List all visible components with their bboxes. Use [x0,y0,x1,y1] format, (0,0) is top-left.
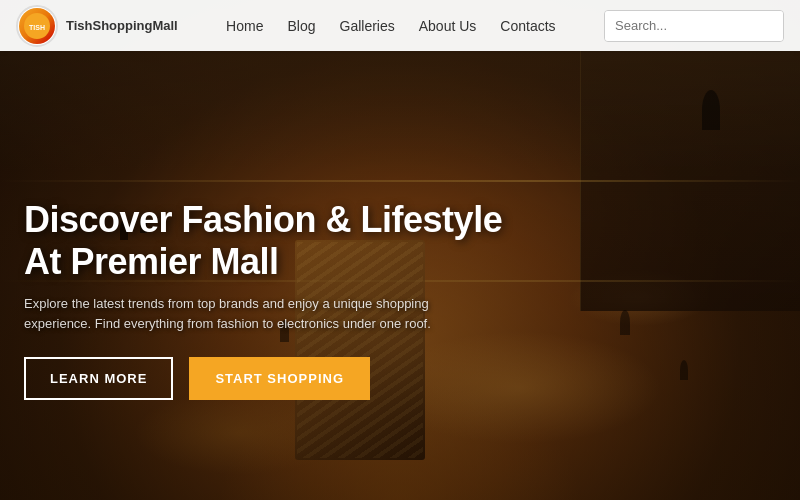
learn-more-button[interactable]: LEARN MORE [24,357,173,400]
svg-text:TISH: TISH [29,24,45,31]
nav-galleries[interactable]: Galleries [340,18,395,34]
hero-buttons: LEARN MORE START SHOPPING [24,357,524,400]
nav-about[interactable]: About Us [419,18,477,34]
hero-subtitle: Explore the latest trends from top brand… [24,294,464,333]
brand-name: TishShoppingMall [66,18,178,34]
search-area [604,10,784,42]
hero-section: TISH TishShoppingMall Home Blog Gallerie… [0,0,800,500]
logo-area: TISH TishShoppingMall [16,5,178,47]
hero-title: Discover Fashion & Lifestyle At Premier … [24,199,524,282]
hero-content: Discover Fashion & Lifestyle At Premier … [24,199,524,400]
logo-icon: TISH [19,8,55,44]
search-input[interactable] [605,11,784,41]
nav-contacts[interactable]: Contacts [500,18,555,34]
nav-blog[interactable]: Blog [287,18,315,34]
navbar: TISH TishShoppingMall Home Blog Gallerie… [0,0,800,51]
nav-links: Home Blog Galleries About Us Contacts [178,18,604,34]
nav-home[interactable]: Home [226,18,263,34]
logo-circle: TISH [16,5,58,47]
start-shopping-button[interactable]: START SHOPPING [189,357,370,400]
